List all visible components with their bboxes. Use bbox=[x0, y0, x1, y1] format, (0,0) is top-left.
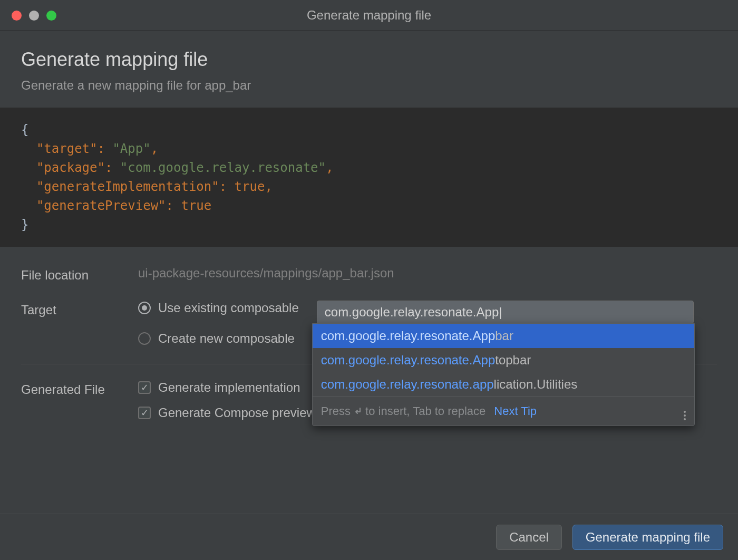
vertical-ellipsis-icon bbox=[684, 411, 686, 420]
code-key-genimpl: "generateImplementation" bbox=[36, 179, 219, 194]
autocomplete-popup: com.google.relay.resonate.Appbar com.goo… bbox=[312, 323, 695, 426]
radio-create-new[interactable]: Create new composable bbox=[138, 331, 299, 346]
code-key-target: "target" bbox=[36, 141, 98, 156]
close-window-button[interactable] bbox=[12, 11, 22, 21]
autocomplete-rest: bar bbox=[495, 329, 513, 343]
autocomplete-rest: topbar bbox=[495, 353, 531, 367]
autocomplete-match: com.google.relay.resonate.App bbox=[321, 353, 495, 367]
checkbox-icon: ✓ bbox=[138, 381, 151, 394]
autocomplete-hint: Press to insert, Tab to replace bbox=[321, 404, 486, 418]
autocomplete-footer: Press to insert, Tab to replace Next Tip bbox=[313, 397, 694, 426]
generated-file-checks: ✓ Generate implementation ✓ Generate Com… bbox=[138, 380, 316, 420]
target-input-wrap: com.google.relay.resonate.Appbar com.goo… bbox=[317, 301, 717, 324]
minimize-window-button[interactable] bbox=[29, 11, 39, 21]
check-generate-preview-label: Generate Compose preview bbox=[158, 405, 316, 420]
target-composable-input[interactable] bbox=[317, 301, 694, 324]
code-val-genprev: true bbox=[181, 198, 211, 213]
maximize-window-button[interactable] bbox=[46, 11, 56, 21]
target-radio-group: Use existing composable Create new compo… bbox=[138, 301, 299, 346]
radio-use-existing-label: Use existing composable bbox=[158, 301, 299, 315]
autocomplete-more-button[interactable] bbox=[684, 402, 686, 420]
code-val-genimpl: true bbox=[235, 179, 265, 194]
radio-use-existing[interactable]: Use existing composable bbox=[138, 301, 299, 315]
code-key-genprev: "generatePreview" bbox=[36, 198, 166, 213]
check-generate-implementation-label: Generate implementation bbox=[158, 380, 300, 395]
row-file-location: File location ui-package-resources/mappi… bbox=[21, 266, 717, 283]
radio-button-icon bbox=[138, 302, 151, 314]
autocomplete-item[interactable]: com.google.relay.resonate.Apptopbar bbox=[313, 348, 694, 372]
autocomplete-match: com.google.relay.resonate.App bbox=[321, 329, 495, 343]
file-location-value: ui-package-resources/mappings/app_bar.js… bbox=[138, 266, 717, 281]
code-key-package: "package" bbox=[36, 160, 105, 175]
titlebar: Generate mapping file bbox=[0, 0, 738, 31]
json-preview: { "target": "App", "package": "com.googl… bbox=[0, 108, 738, 247]
generated-file-label: Generated File bbox=[21, 380, 138, 397]
row-target: Target Use existing composable Create ne… bbox=[21, 301, 717, 346]
window-controls bbox=[12, 11, 56, 21]
radio-button-icon bbox=[138, 332, 151, 345]
dialog-header: Generate mapping file Generate a new map… bbox=[0, 31, 738, 108]
dialog-footer: Cancel Generate mapping file bbox=[0, 514, 738, 560]
autocomplete-hint-pre: Press bbox=[321, 404, 351, 418]
radio-create-new-label: Create new composable bbox=[158, 331, 295, 346]
autocomplete-item[interactable]: com.google.relay.resonate.application.Ut… bbox=[313, 372, 694, 397]
dialog-title: Generate mapping file bbox=[21, 49, 717, 71]
dialog-subtitle: Generate a new mapping file for app_bar bbox=[21, 78, 717, 93]
autocomplete-item[interactable]: com.google.relay.resonate.Appbar bbox=[313, 324, 694, 348]
next-tip-link[interactable]: Next Tip bbox=[494, 404, 537, 418]
check-generate-implementation[interactable]: ✓ Generate implementation bbox=[138, 380, 316, 395]
file-location-label: File location bbox=[21, 266, 138, 283]
code-val-package: "com.google.relay.resonate" bbox=[120, 160, 326, 175]
target-label: Target bbox=[21, 301, 138, 317]
autocomplete-hint-post: to insert, Tab to replace bbox=[365, 404, 485, 418]
checkmark-icon: ✓ bbox=[141, 383, 149, 392]
checkmark-icon: ✓ bbox=[141, 408, 149, 418]
form-area: File location ui-package-resources/mappi… bbox=[0, 247, 738, 420]
cancel-button[interactable]: Cancel bbox=[496, 525, 562, 550]
code-val-target: "App" bbox=[112, 141, 150, 156]
autocomplete-rest: lication.Utilities bbox=[494, 377, 578, 391]
autocomplete-match: com.google.relay.resonate.app bbox=[321, 377, 494, 391]
enter-key-icon bbox=[353, 406, 363, 417]
check-generate-preview[interactable]: ✓ Generate Compose preview bbox=[138, 405, 316, 420]
generate-mapping-file-button[interactable]: Generate mapping file bbox=[572, 525, 723, 550]
checkbox-icon: ✓ bbox=[138, 407, 151, 419]
window-title: Generate mapping file bbox=[307, 8, 431, 23]
